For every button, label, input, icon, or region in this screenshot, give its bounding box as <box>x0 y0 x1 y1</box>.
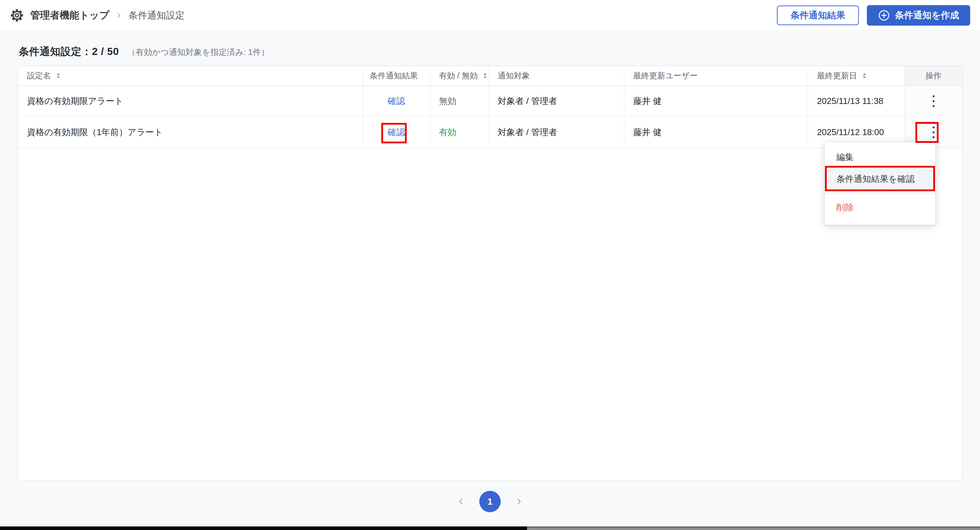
check-result-link[interactable]: 確認 <box>388 95 405 107</box>
setting-name-cell: 資格の有効期限アラート <box>18 86 363 116</box>
sort-icon[interactable] <box>482 72 488 79</box>
create-condition-button-label: 条件通知を作成 <box>895 9 959 21</box>
menu-item-edit[interactable]: 編集 <box>825 146 935 168</box>
menu-item-delete-label: 削除 <box>836 202 854 213</box>
target-cell: 対象者 / 管理者 <box>489 86 624 116</box>
bottom-scrollbar-thumb[interactable] <box>0 527 527 530</box>
result-cell: 確認 <box>363 117 430 148</box>
prev-page-button[interactable] <box>457 495 465 508</box>
column-header-status-label: 有効 / 無効 <box>439 70 478 81</box>
plus-circle-icon <box>878 10 890 21</box>
column-header-name[interactable]: 設定名 <box>18 66 363 85</box>
setting-name-cell: 資格の有効期限（1年前）アラート <box>18 117 363 148</box>
content-area: 条件通知設定：2 / 50 （有効かつ通知対象を指定済み: 1件） 設定名 条件… <box>0 32 980 527</box>
result-cell: 確認 <box>363 86 430 116</box>
column-header-result: 条件通知結果 <box>363 66 430 85</box>
check-result-link[interactable]: 確認 <box>388 126 405 138</box>
updated-by-value: 藤井 健 <box>633 126 662 138</box>
target-value: 対象者 / 管理者 <box>498 126 557 138</box>
create-condition-button[interactable]: 条件通知を作成 <box>867 5 970 25</box>
menu-item-edit-label: 編集 <box>836 151 854 163</box>
gear-icon <box>10 8 24 22</box>
target-value: 対象者 / 管理者 <box>498 95 557 107</box>
setting-name: 資格の有効期限アラート <box>27 95 123 107</box>
page-number-button[interactable]: 1 <box>479 491 501 512</box>
top-bar: 管理者機能トップ 条件通知設定 条件通知結果 条件通知を作成 <box>0 0 980 31</box>
page-title: 条件通知設定：2 / 50 <box>19 45 119 59</box>
kebab-menu-icon[interactable] <box>928 123 939 141</box>
column-header-target-label: 通知対象 <box>498 70 530 81</box>
table-row: 資格の有効期限（1年前）アラート 確認 有効 対象者 / 管理者 藤井 健 20… <box>18 117 962 148</box>
updated-at-value: 2025/11/12 18:00 <box>817 127 884 137</box>
settings-table-card: 設定名 条件通知結果 有効 / 無効 通知対象 最終更新ユーザー <box>18 66 963 481</box>
status-badge: 有効 <box>439 126 457 138</box>
page-head: 条件通知設定：2 / 50 （有効かつ通知対象を指定済み: 1件） <box>19 45 269 59</box>
updated-by-cell: 藤井 健 <box>624 86 808 116</box>
breadcrumb-root-link[interactable]: 管理者機能トップ <box>30 9 109 22</box>
column-header-result-label: 条件通知結果 <box>370 70 418 81</box>
column-header-name-label: 設定名 <box>27 70 51 81</box>
condition-results-button-label: 条件通知結果 <box>791 9 845 21</box>
sort-icon[interactable] <box>861 72 868 79</box>
row-actions-menu: 編集 条件通知結果を確認 削除 <box>825 143 935 225</box>
menu-item-check-results-label: 条件通知結果を確認 <box>836 173 915 185</box>
status-cell: 有効 <box>430 117 489 148</box>
top-actions: 条件通知結果 条件通知を作成 <box>777 5 970 25</box>
updated-by-value: 藤井 健 <box>633 95 662 107</box>
column-header-updated-by-label: 最終更新ユーザー <box>633 70 698 81</box>
breadcrumb: 管理者機能トップ 条件通知設定 <box>10 8 185 22</box>
column-header-updated-by: 最終更新ユーザー <box>624 66 808 85</box>
breadcrumb-chevron-icon <box>116 10 122 21</box>
updated-by-cell: 藤井 健 <box>624 117 808 148</box>
updated-at-cell: 2025/11/13 11:38 <box>808 86 905 116</box>
sort-icon[interactable] <box>55 72 62 79</box>
condition-results-button[interactable]: 条件通知結果 <box>777 6 859 25</box>
column-header-updated-at-label: 最終更新日 <box>817 70 857 81</box>
target-cell: 対象者 / 管理者 <box>489 117 624 148</box>
breadcrumb-current: 条件通知設定 <box>129 9 185 22</box>
pagination: 1 <box>0 491 980 512</box>
table-row: 資格の有効期限アラート 確認 無効 対象者 / 管理者 藤井 健 2025/11… <box>18 86 962 117</box>
column-header-actions-label: 操作 <box>926 70 942 81</box>
updated-at-value: 2025/11/13 11:38 <box>817 96 883 106</box>
next-page-button[interactable] <box>515 495 523 508</box>
actions-cell <box>905 86 962 116</box>
kebab-menu-icon[interactable] <box>928 92 939 110</box>
column-header-target: 通知対象 <box>489 66 624 85</box>
page-subtitle: （有効かつ通知対象を指定済み: 1件） <box>127 47 269 58</box>
bottom-scrollbar-track <box>527 527 980 530</box>
setting-name: 資格の有効期限（1年前）アラート <box>27 126 163 138</box>
column-header-actions: 操作 <box>905 66 962 85</box>
menu-item-delete[interactable]: 削除 <box>825 194 935 221</box>
status-cell: 無効 <box>430 86 489 116</box>
table-header-row: 設定名 条件通知結果 有効 / 無効 通知対象 最終更新ユーザー <box>18 66 962 86</box>
column-header-status[interactable]: 有効 / 無効 <box>430 66 489 85</box>
status-badge: 無効 <box>439 95 457 107</box>
column-header-updated-at[interactable]: 最終更新日 <box>808 66 905 85</box>
menu-item-check-results[interactable]: 条件通知結果を確認 <box>827 169 933 189</box>
